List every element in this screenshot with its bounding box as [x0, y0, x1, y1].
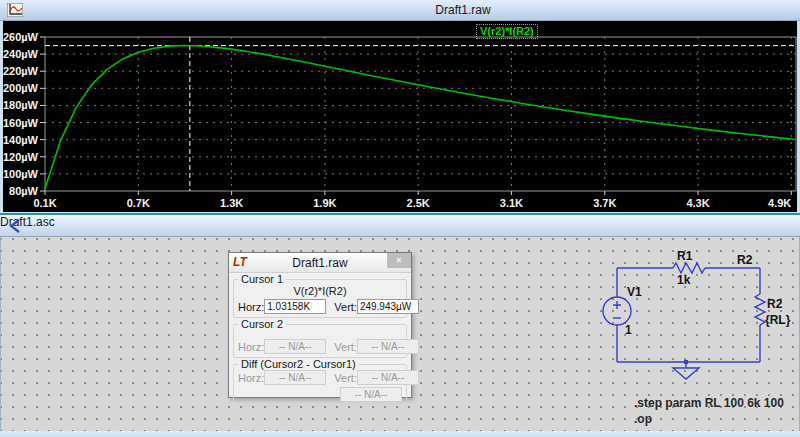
- r2-value-label[interactable]: {RL}: [765, 313, 791, 327]
- y-tick-label: 180µW: [3, 99, 39, 111]
- cursor2-horz-field[interactable]: [264, 339, 326, 354]
- y-tick-label: 80µW: [9, 185, 39, 197]
- cursor1-group-label: Cursor 1: [238, 273, 286, 285]
- slope-field[interactable]: [340, 387, 402, 402]
- resistor-r1: [673, 263, 705, 273]
- r1-value-label[interactable]: 1k: [677, 273, 691, 287]
- waveform-window-title: Draft1.raw: [435, 3, 490, 17]
- waveform-window-icon[interactable]: [7, 3, 23, 17]
- v1-name-label[interactable]: V1: [627, 285, 642, 299]
- power-trace[interactable]: [45, 46, 796, 189]
- cursor2-group: Cursor 2 Horz: Vert:: [233, 324, 407, 358]
- diff-vert-field[interactable]: [357, 370, 419, 385]
- resistor-r2: [755, 294, 765, 325]
- x-tick-label: 3.7K: [593, 197, 616, 209]
- diff-vert-label: Vert:: [334, 372, 357, 384]
- cursor1-vert-label: Vert:: [334, 301, 357, 313]
- cursor2-horz-label: Horz:: [238, 341, 264, 353]
- diff-horz-field[interactable]: [264, 370, 326, 385]
- y-tick-label: 160µW: [3, 117, 39, 129]
- cursor2-vert-field[interactable]: [357, 339, 419, 354]
- cursor1-horz-field[interactable]: [264, 299, 326, 314]
- y-tick-label: 200µW: [3, 82, 39, 94]
- y-tick-label: 220µW: [3, 65, 39, 77]
- x-tick-label: 4.9K: [768, 197, 791, 209]
- y-tick-label: 140µW: [3, 134, 39, 146]
- cursor-dialog-titlebar[interactable]: LT Draft1.raw ×: [229, 253, 411, 273]
- r2-name-label[interactable]: R2: [767, 297, 783, 311]
- cursor2-group-label: Cursor 2: [238, 318, 286, 330]
- junction-dot: [684, 360, 688, 364]
- v1-value-label[interactable]: 1: [625, 323, 632, 337]
- waveform-window: Draft1.raw 0.1K0.7K1.3K1.9K2.5K3.1K3.7K4…: [0, 0, 800, 212]
- x-tick-label: 2.5K: [407, 197, 430, 209]
- x-tick-label: 0.7K: [127, 197, 150, 209]
- diff-group-label: Diff (Cursor2 - Cursor1): [238, 358, 359, 370]
- cursor1-vert-field[interactable]: [357, 299, 419, 314]
- trace-legend-label: V(r2)*I(R2): [480, 25, 534, 37]
- y-tick-label: 260µW: [3, 31, 39, 43]
- lt-logo-icon: LT: [233, 255, 247, 269]
- y-tick-label: 100µW: [3, 168, 39, 180]
- y-tick-label: 240µW: [3, 48, 39, 60]
- y-tick-label: 120µW: [3, 151, 39, 163]
- x-tick-label: 3.1K: [500, 197, 523, 209]
- cursor-dialog-title: Draft1.raw: [292, 256, 347, 270]
- schematic-window-icon[interactable]: [7, 219, 23, 233]
- schematic-canvas[interactable]: R1 1k R2 R2 {RL} V1 1 .step param RL 100…: [0, 237, 800, 431]
- ground-symbol: [673, 368, 699, 379]
- spice-directive-op[interactable]: .op: [634, 412, 652, 426]
- cursor1-horz-label: Horz:: [238, 301, 264, 313]
- schematic-titlebar[interactable]: Draft1.asc: [0, 215, 800, 237]
- cursor1-group: Cursor 1 V(r2)*I(R2) Horz: Vert:: [233, 279, 407, 318]
- close-icon[interactable]: ×: [387, 253, 411, 268]
- x-tick-label: 1.3K: [220, 197, 243, 209]
- diff-group: Diff (Cursor2 - Cursor1) Horz: Vert: Slo…: [233, 364, 407, 406]
- diff-horz-label: Horz:: [238, 372, 264, 384]
- cursor1-trace-name: V(r2)*I(R2): [238, 285, 402, 297]
- cursor2-vert-label: Vert:: [334, 341, 357, 353]
- waveform-titlebar[interactable]: Draft1.raw: [0, 0, 800, 21]
- plot-box: [45, 37, 796, 191]
- trace-legend[interactable]: V(r2)*I(R2): [476, 24, 538, 39]
- schematic-window: Draft1.asc: [0, 212, 800, 437]
- waveform-plot[interactable]: 0.1K0.7K1.3K1.9K2.5K3.1K3.7K4.3K4.9K260µ…: [3, 21, 797, 212]
- r1-name-label[interactable]: R1: [677, 249, 693, 263]
- ltspice-app: Draft1.raw 0.1K0.7K1.3K1.9K2.5K3.1K3.7K4…: [0, 0, 800, 437]
- plot-area[interactable]: 0.1K0.7K1.3K1.9K2.5K3.1K3.7K4.3K4.9K260µ…: [0, 21, 800, 212]
- x-tick-label: 4.3K: [686, 197, 709, 209]
- x-tick-label: 0.1K: [33, 197, 56, 209]
- spice-directive-step[interactable]: .step param RL 100 6k 100: [634, 396, 784, 410]
- x-tick-label: 1.9K: [313, 197, 336, 209]
- window-frame-bottom: [0, 431, 800, 435]
- net-label-r2[interactable]: R2: [737, 253, 753, 267]
- cursor-dialog: LT Draft1.raw × Cursor 1 V(r2)*I(R2) Hor…: [228, 252, 412, 398]
